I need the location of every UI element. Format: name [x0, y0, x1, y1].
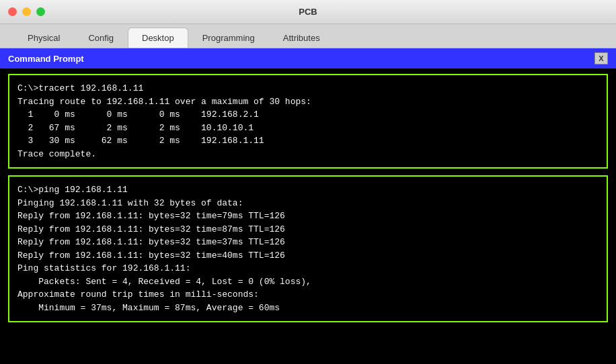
ping-line9: Ping statistics for 192.168.1.11:	[17, 262, 599, 275]
ping-line2: Pinging 192.168.1.11 with 32 bytes of da…	[17, 197, 599, 210]
ping-line4: Reply from 192.168.1.11: bytes=32 time=7…	[17, 210, 599, 223]
ping-line6: Reply from 192.168.1.11: bytes=32 time=3…	[17, 236, 599, 249]
tracert-line5: 2 67 ms 2 ms 2 ms 10.10.10.1	[17, 122, 599, 135]
tracert-line6: 3 30 ms 62 ms 2 ms 192.168.1.11	[17, 134, 599, 148]
tracert-line2: Tracing route to 192.168.1.11 over a max…	[17, 95, 599, 109]
tab-config[interactable]: Config	[74, 28, 128, 48]
tab-attributes[interactable]: Attributes	[269, 28, 334, 48]
window-title: PCB	[299, 7, 317, 17]
ping-line5: Reply from 192.168.1.11: bytes=32 time=8…	[17, 223, 599, 236]
ping-line11: Approximate round trip times in milli-se…	[17, 288, 599, 302]
cmd-prompt-header: Command Prompt X	[0, 48, 616, 69]
ping-line12: Minimum = 37ms, Maximum = 87ms, Average …	[17, 302, 599, 315]
ping-command: C:\>ping 192.168.1.11	[17, 183, 599, 197]
cmd-close-button[interactable]: X	[594, 52, 608, 64]
maximize-button[interactable]	[36, 7, 45, 16]
main-content: Command Prompt X C:\>tracert 192.168.1.1…	[0, 48, 616, 364]
tracert-line8: Trace complete.	[17, 148, 599, 161]
tab-physical[interactable]: Physical	[13, 28, 74, 48]
tab-desktop[interactable]: Desktop	[128, 28, 188, 48]
terminal-area[interactable]: C:\>tracert 192.168.1.11 Tracing route t…	[0, 69, 616, 364]
tab-programming[interactable]: Programming	[188, 28, 269, 48]
title-bar: PCB	[0, 0, 616, 24]
ping-line7: Reply from 192.168.1.11: bytes=32 time=4…	[17, 249, 599, 263]
window-controls	[8, 7, 45, 16]
tab-bar: Physical Config Desktop Programming Attr…	[0, 24, 616, 48]
close-button[interactable]	[8, 7, 17, 16]
tracert-output-box: C:\>tracert 192.168.1.11 Tracing route t…	[8, 74, 608, 169]
tracert-line4: 1 0 ms 0 ms 0 ms 192.168.2.1	[17, 108, 599, 122]
cmd-prompt-title: Command Prompt	[8, 54, 84, 64]
minimize-button[interactable]	[22, 7, 31, 16]
tracert-command: C:\>tracert 192.168.1.11	[17, 82, 599, 95]
ping-output-box: C:\>ping 192.168.1.11 Pinging 192.168.1.…	[8, 175, 608, 322]
ping-line10: Packets: Sent = 4, Received = 4, Lost = …	[17, 275, 599, 289]
